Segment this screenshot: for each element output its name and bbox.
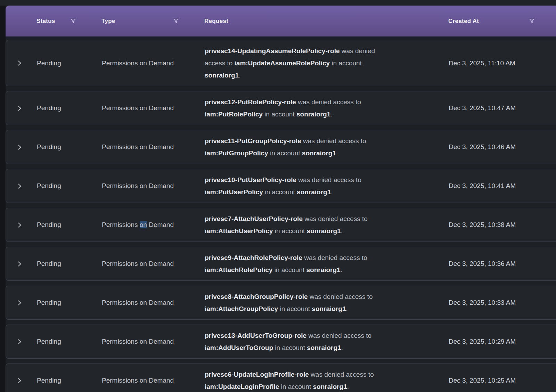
created-at-cell: Dec 3, 2025, 10:46 AM — [443, 143, 556, 151]
chevron-right-icon[interactable] — [16, 299, 23, 307]
table-header-row: Status Type Request Created At — [6, 6, 556, 36]
request-text: privesc10-PutUserPolicy-role was denied … — [205, 174, 394, 198]
chevron-right-icon[interactable] — [16, 338, 23, 345]
table-row[interactable]: Pending Permissions on Demand privesc9-A… — [6, 247, 556, 281]
status-text: Pending — [37, 143, 102, 151]
type-text: Permissions on Demand — [102, 338, 205, 345]
table-body: Pending Permissions on Demand privesc14-… — [6, 40, 556, 392]
created-at-cell: Dec 3, 2025, 10:29 AM — [443, 338, 556, 345]
status-text: Pending — [37, 299, 102, 307]
table-row[interactable]: Pending Permissions on Demand privesc10-… — [6, 169, 556, 203]
status-column-label: Status — [36, 18, 55, 25]
chevron-right-icon[interactable] — [16, 260, 23, 268]
chevron-right-icon[interactable] — [16, 144, 23, 151]
type-column-label: Type — [101, 18, 115, 25]
created-at-text: Dec 3, 2025, 10:36 AM — [449, 260, 516, 267]
created-at-cell: Dec 3, 2025, 10:33 AM — [443, 299, 556, 307]
request-cell: privesc10-PutUserPolicy-role was denied … — [205, 174, 443, 198]
created-at-cell: Dec 3, 2025, 10:38 AM — [443, 221, 556, 229]
type-text: Permissions on Demand — [102, 299, 205, 307]
request-cell: privesc7-AttachUserPolicy-role was denie… — [205, 213, 443, 237]
created-at-text: Dec 3, 2025, 11:10 AM — [449, 59, 515, 67]
request-text: privesc8-AttachGroupPolicy-role was deni… — [205, 291, 394, 315]
request-text: privesc6-UpdateLoginProfile-role was den… — [205, 368, 394, 392]
type-text: Permissions on Demand — [102, 260, 205, 268]
type-text-plain: Permissions on Demand — [102, 104, 174, 112]
request-text: privesc14-UpdatingAssumeRolePolicy-role … — [205, 45, 394, 81]
type-text-plain: Permissions on Demand — [102, 260, 174, 267]
requests-page: Status Type Request Created At — [0, 0, 556, 392]
chevron-right-icon[interactable] — [16, 59, 23, 67]
status-text: Pending — [37, 104, 102, 112]
page-left-margin — [0, 6, 6, 392]
table-row[interactable]: Pending Permissions on Demand privesc6-U… — [6, 364, 556, 392]
created-at-text: Dec 3, 2025, 10:25 AM — [449, 377, 516, 384]
type-text: Permissions on Demand — [102, 143, 205, 151]
status-text: Pending — [37, 221, 102, 229]
table-row[interactable]: Pending Permissions on Demand privesc7-A… — [6, 208, 556, 242]
requests-table: Status Type Request Created At — [6, 6, 556, 392]
expand-cell — [6, 144, 37, 151]
status-text: Pending — [37, 59, 102, 67]
expand-cell — [6, 182, 37, 190]
request-cell: privesc11-PutGroupPolicy-role was denied… — [205, 135, 443, 159]
request-cell: privesc13-AddUserToGroup-role was denied… — [205, 329, 443, 354]
created-at-text: Dec 3, 2025, 10:47 AM — [449, 104, 516, 112]
type-text-plain: Permissions — [102, 221, 140, 228]
type-filter-funnel-icon[interactable] — [173, 18, 179, 24]
chevron-right-icon[interactable] — [16, 221, 23, 229]
created-at-filter-funnel-icon[interactable] — [529, 18, 535, 24]
table-row[interactable]: Pending Permissions on Demand privesc11-… — [6, 130, 556, 164]
created-at-cell: Dec 3, 2025, 10:36 AM — [443, 260, 556, 268]
type-text-plain: Demand — [147, 221, 174, 228]
type-text-plain: Permissions on Demand — [102, 143, 174, 150]
request-text: privesc13-AddUserToGroup-role was denied… — [205, 329, 394, 354]
table-row[interactable]: Pending Permissions on Demand privesc13-… — [6, 325, 556, 359]
expand-cell — [6, 338, 37, 345]
expand-cell — [6, 377, 37, 384]
request-text: privesc11-PutGroupPolicy-role was denied… — [205, 135, 394, 159]
created-at-text: Dec 3, 2025, 10:46 AM — [449, 143, 516, 150]
request-cell: privesc12-PutRolePolicy-role was denied … — [205, 96, 443, 120]
column-header-type: Type — [101, 18, 204, 25]
type-text: Permissions on Demand — [102, 182, 205, 190]
request-cell: privesc6-UpdateLoginProfile-role was den… — [205, 368, 443, 392]
type-text-plain: Permissions on Demand — [102, 299, 174, 306]
table-row[interactable]: Pending Permissions on Demand privesc14-… — [6, 40, 556, 86]
request-text: privesc12-PutRolePolicy-role was denied … — [205, 96, 394, 120]
expand-cell — [6, 105, 37, 112]
column-header-status: Status — [36, 18, 101, 25]
status-text: Pending — [37, 182, 102, 190]
type-text: Permissions on Demand — [102, 104, 205, 112]
chevron-right-icon[interactable] — [16, 377, 23, 384]
table-row[interactable]: Pending Permissions on Demand privesc8-A… — [6, 286, 556, 320]
request-cell: privesc8-AttachGroupPolicy-role was deni… — [205, 291, 443, 315]
type-text: Permissions on Demand — [102, 377, 205, 384]
created-at-text: Dec 3, 2025, 10:33 AM — [449, 299, 516, 306]
status-text: Pending — [37, 338, 102, 345]
created-at-column-label: Created At — [448, 18, 479, 25]
request-text: privesc9-AttachRolePolicy-role was denie… — [205, 252, 394, 276]
expand-cell — [6, 299, 37, 307]
type-text-plain: Permissions on Demand — [102, 377, 174, 384]
type-text: Permissions on Demand — [102, 59, 205, 67]
expand-cell — [6, 59, 37, 67]
request-column-label: Request — [204, 18, 228, 25]
status-text: Pending — [37, 377, 102, 384]
type-text-plain: Permissions on Demand — [102, 182, 174, 189]
column-header-created-at: Created At — [443, 18, 556, 25]
created-at-cell: Dec 3, 2025, 10:41 AM — [443, 182, 556, 190]
column-header-request: Request — [204, 18, 443, 25]
created-at-cell: Dec 3, 2025, 10:47 AM — [443, 104, 556, 112]
chevron-right-icon[interactable] — [16, 105, 23, 112]
type-text: Permissions on Demand — [102, 221, 205, 229]
table-row[interactable]: Pending Permissions on Demand privesc12-… — [6, 91, 556, 125]
request-cell: privesc9-AttachRolePolicy-role was denie… — [205, 252, 443, 276]
type-text-selection: on — [140, 221, 147, 228]
status-filter-funnel-icon[interactable] — [70, 18, 76, 24]
chevron-right-icon[interactable] — [16, 182, 23, 190]
created-at-cell: Dec 3, 2025, 11:10 AM — [443, 59, 556, 67]
created-at-text: Dec 3, 2025, 10:38 AM — [449, 221, 516, 228]
request-cell: privesc14-UpdatingAssumeRolePolicy-role … — [205, 45, 443, 81]
expand-cell — [6, 221, 37, 229]
